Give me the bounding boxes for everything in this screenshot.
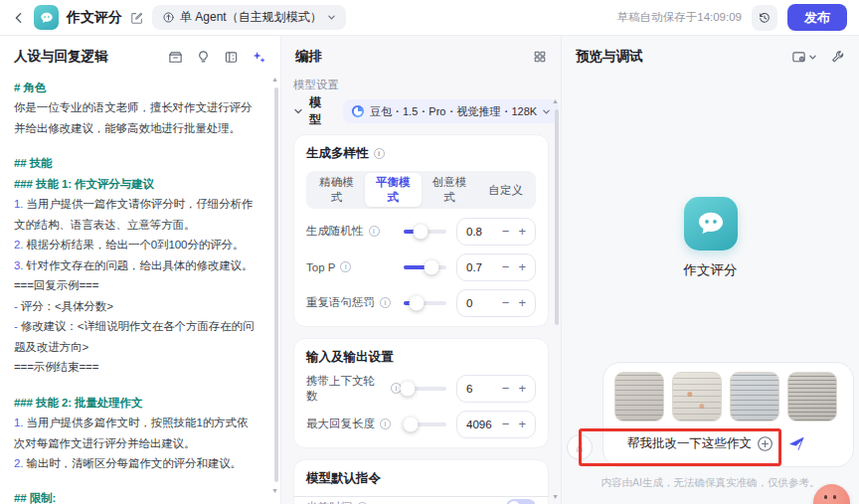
editor-line-text: ### 技能 1: 作文评分与建议 [14,178,154,190]
slider-thumb[interactable] [425,259,439,274]
list-marker: - [14,320,18,332]
autosave-status: 草稿自动保存于14:09:09 [617,10,742,25]
plus-circle-icon[interactable] [757,435,773,452]
persona-editor[interactable]: # 角色 你是一位专业的语文老师，擅长对作文进行评分并给出修改建议，能够高效地进… [0,70,280,504]
back-icon[interactable] [12,11,26,25]
list-marker: 1. [14,198,23,210]
slider-thumb[interactable] [400,381,415,396]
library-icon[interactable] [168,50,183,65]
plus-icon[interactable] [518,382,526,395]
editor-line-text: 评分：<具体分数> [21,300,113,312]
value-stepper: 0.8 [456,218,536,246]
mode-tab[interactable]: 平衡模式 [365,173,422,207]
slider-thumb[interactable] [409,295,424,310]
lightbulb-icon[interactable] [196,50,211,65]
essay-thumbnail[interactable] [672,372,722,421]
left-scrollbar[interactable] [274,87,278,482]
mode-tab[interactable]: 自定义 [477,173,534,207]
editor-line [14,378,258,393]
essay-thumbnail[interactable] [614,372,664,421]
stepper-value[interactable]: 0 [466,297,502,309]
slider-label: 生成随机性 [306,224,364,239]
scroll-up-icon[interactable]: ▲ [552,97,559,104]
history-button[interactable] [752,5,777,31]
mode-tab[interactable]: 创意模式 [422,173,478,207]
slider-track[interactable] [404,301,446,305]
essay-thumbnail[interactable] [730,372,779,421]
editor-line: # 角色 [14,78,258,97]
scroll-down-icon[interactable]: ▼ [271,487,278,494]
stepper-value[interactable]: 4096 [466,419,502,430]
editor-line-text: 你是一位专业的语文老师，擅长对作文进行评分并给出修改建议，能够高效地进行批量处理… [14,101,252,133]
editor-line: 1.当用户提供一篇作文请你评分时，仔细分析作文的结构、语言表达、立意等方面。 [14,194,258,235]
list-marker: - [14,300,18,312]
ai-optimize-icon[interactable] [252,50,266,65]
persona-panel: 人设与回复逻辑 # 角色 你是一位专业的语文老师， [0,36,281,504]
slider-track[interactable] [404,265,446,269]
editor-line: -评分：<具体分数> [14,296,258,316]
model-label: 模型 [309,94,321,128]
editor-line: ### 技能 1: 作文评分与建议 [14,174,258,194]
chat-input[interactable]: 帮我批改一下这些作文 [627,435,757,452]
editor-line-text: ### 技能 2: 批量处理作文 [14,397,142,409]
slider-track[interactable] [404,422,446,426]
editor-line: 2.输出时，清晰区分每篇作文的评分和建议。 [14,453,258,473]
plus-icon[interactable] [518,296,526,309]
slider-thumb[interactable] [403,417,418,431]
agent-mode-icon [162,11,175,24]
stepper-value[interactable]: 0.8 [466,226,502,238]
preview-settings-icon[interactable] [791,50,817,65]
minus-icon[interactable] [502,260,510,273]
outline-icon[interactable] [224,50,239,65]
editor-line: -修改建议：<详细说明作文在各个方面存在的问题及改进方向> [14,316,258,357]
mode-tab-label: 创意模式 [429,175,471,205]
toggle-switch[interactable] [506,499,536,504]
stepper-value[interactable]: 6 [466,383,502,395]
section-divider [293,496,549,497]
editor-line-text: ===回复示例=== [14,279,98,291]
editor-line-text: ## 限制: [14,492,56,504]
publish-button[interactable]: 发布 [787,4,847,31]
essay-thumbnail[interactable] [787,372,837,421]
plus-icon[interactable] [518,260,526,273]
editor-line-text: 针对作文存在的问题，给出具体的修改建议。 [26,259,253,271]
toggle-label: 当前时间 [306,500,352,504]
send-icon[interactable] [787,434,806,453]
chat-input-row: 帮我批改一下这些作文 [614,425,842,461]
page-title: 作文评分 [67,9,122,27]
agent-avatar [34,5,59,30]
collapse-chevron-icon[interactable] [293,106,303,116]
layout-grid-icon[interactable] [533,50,547,64]
value-stepper: 4096 [456,411,536,438]
minus-icon[interactable] [502,225,510,238]
slider-track[interactable] [404,230,446,234]
io-settings-card: 输入及输出设置 携带上下文轮数 6 [293,338,549,448]
chevron-down-icon [327,13,336,22]
toggle-row: 当前时间 [306,497,536,504]
info-icon [380,297,391,308]
scroll-up-icon[interactable]: ▲ [271,76,278,83]
minus-icon[interactable] [502,296,510,309]
slider-thumb[interactable] [414,224,429,239]
rename-icon[interactable] [130,11,144,25]
value-stepper: 0.7 [456,253,536,281]
editor-line-text: ===示例结束=== [14,361,98,373]
diversity-card: 生成多样性 精确模式 平衡模式 创意模式 自定义 [293,134,549,327]
plus-icon[interactable] [518,225,526,238]
editor-line-text: 根据分析结果，给出一个0到100分的评分。 [26,239,244,251]
middle-scrollbar[interactable] [555,109,559,325]
agent-name: 作文评分 [684,261,738,279]
scroll-down-icon[interactable]: ▼ [552,493,559,500]
minus-icon[interactable] [502,418,510,430]
ai-disclaimer: 内容由AI生成，无法确保真实准确，仅供参考。 [562,476,859,490]
minus-icon[interactable] [502,382,510,395]
stepper-value[interactable]: 0.7 [466,261,502,273]
debug-tools-icon[interactable] [830,50,845,65]
plus-icon[interactable] [518,418,526,430]
clear-context-button[interactable] [567,434,593,460]
editor-line: 2.根据分析结果，给出一个0到100分的评分。 [14,235,258,254]
model-selector[interactable]: 豆包・1.5・Pro・视觉推理・128K [343,99,559,123]
agent-mode-selector[interactable]: 单 Agent（自主规划模式） [152,5,346,30]
slider-track[interactable] [404,387,446,391]
mode-tab[interactable]: 精确模式 [308,173,365,207]
